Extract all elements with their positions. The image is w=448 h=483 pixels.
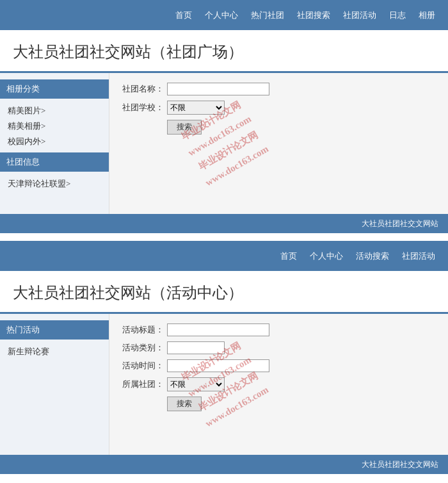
search-school-label: 社团学校： [122,102,164,113]
info-links: 天津辩论社联盟> [0,173,109,195]
search-name-label: 社团名称： [122,83,164,95]
site2-header: 大社员社团社交网站（活动中心） [0,271,448,314]
site2-top-nav: 首页 个人中心 活动搜索 社团活动 [0,241,448,271]
activity-links: 新生辩论赛 [0,341,109,363]
site2-sidebar: 热门活动 新生辩论赛 [0,314,109,455]
site1-sidebar: 相册分类 精美图片> 精美相册> 校园内外> 社团信息 天津辩论社联盟> [0,73,109,214]
s2-search-type-input[interactable] [167,341,225,354]
s2-search-group-row: 所属社团： 不限 [122,377,435,391]
site2-search-panel: 活动标题： 活动类别： 活动时间： 所属社团： 不限 [109,314,448,455]
s2-search-btn-row: 搜索 [167,397,435,411]
section-divider [0,233,448,241]
site1-top-nav: 首页 个人中心 热门社团 社团搜索 社团活动 日志 相册 [0,0,448,30]
search-btn-row: 搜索 [167,120,435,135]
site1-wrapper: 首页 个人中心 热门社团 社团搜索 社团活动 日志 相册 大社员社团社交网站（社… [0,0,448,233]
site1-footer: 大社员社团社交文网站 [0,214,448,233]
album-links: 精美图片> 精美相册> 校园内外> [0,100,109,152]
search-school-row: 社团学校： 不限 [122,101,435,115]
search-button[interactable]: 搜索 [167,120,202,135]
s2-search-group-label: 所属社团： [122,379,164,390]
site2-title: 大社员社团社交网站（活动中心） [13,282,435,303]
s2-nav-home[interactable]: 首页 [280,250,297,262]
search-school-select[interactable]: 不限 [167,101,225,115]
s2-search-button[interactable]: 搜索 [167,397,202,411]
nav-album[interactable]: 相册 [419,10,435,21]
site2-footer-text: 大社员社团社交文网站 [362,459,438,470]
s2-nav-group-activity[interactable]: 社团活动 [402,250,435,262]
site1-body: 毕业设计论文网 www.doc163.com 毕业设计论文网 www.doc16… [0,73,448,214]
s2-search-type-label: 活动类别： [122,342,164,354]
site2-footer: 大社员社团社交文网站 [0,455,448,474]
nav-search-groups[interactable]: 社团搜索 [297,10,330,21]
site1-footer-text: 大社员社团社交文网站 [362,218,438,229]
search-name-input[interactable] [167,83,269,95]
info-section-label: 社团信息 [0,152,109,172]
s2-search-type-row: 活动类别： [122,341,435,354]
sidebar-link-photos[interactable]: 精美图片> [0,103,109,119]
album-section-label: 相册分类 [0,79,109,99]
site2-body: 毕业设计论文网 www.doc163.com 毕业设计论文网 www.doc16… [0,314,448,455]
s2-search-time-label: 活动时间： [122,360,164,372]
nav-group-activity[interactable]: 社团活动 [343,10,376,21]
s2-search-title-label: 活动标题： [122,324,164,336]
search-name-row: 社团名称： [122,83,435,95]
s2-search-group-select[interactable]: 不限 [167,377,225,391]
nav-home[interactable]: 首页 [175,10,192,21]
nav-personal[interactable]: 个人中心 [205,10,238,21]
site1-title: 大社员社团社交网站（社团广场） [13,42,435,62]
sidebar-link-tianjin[interactable]: 天津辩论社联盟> [0,176,109,192]
nav-hot-groups[interactable]: 热门社团 [251,10,284,21]
site2-wrapper: 首页 个人中心 活动搜索 社团活动 大社员社团社交网站（活动中心） 毕业设计论文… [0,241,448,474]
activity-section-label: 热门活动 [0,320,109,340]
site1-search-panel: 社团名称： 社团学校： 不限 搜索 [109,73,448,214]
s2-search-title-input[interactable] [167,323,269,336]
sidebar-link-campus[interactable]: 校园内外> [0,134,109,149]
s2-nav-activity-search[interactable]: 活动搜索 [356,250,389,262]
site1-header: 大社员社团社交网站（社团广场） [0,30,448,73]
s2-search-time-input[interactable] [167,359,269,372]
s2-search-title-row: 活动标题： [122,323,435,336]
s2-search-time-row: 活动时间： [122,359,435,372]
sidebar-link-albums[interactable]: 精美相册> [0,119,109,134]
nav-diary[interactable]: 日志 [389,10,406,21]
sidebar-link-debate[interactable]: 新生辩论赛 [0,344,109,359]
s2-nav-personal[interactable]: 个人中心 [310,250,343,262]
